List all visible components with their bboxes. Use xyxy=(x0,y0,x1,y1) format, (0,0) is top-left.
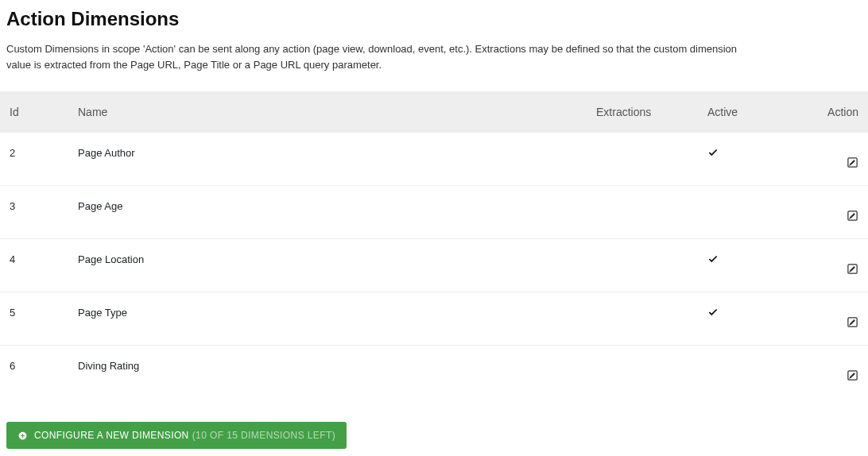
cell-action xyxy=(812,346,868,399)
dimensions-table: Id Name Extractions Active Action 2Page … xyxy=(0,91,868,398)
cell-extractions xyxy=(590,239,701,292)
cell-name: Diving Rating xyxy=(72,346,590,399)
table-row: 3Page Age xyxy=(0,186,868,239)
cell-active xyxy=(701,133,812,186)
cell-name: Page Type xyxy=(72,292,590,346)
page-title: Action Dimensions xyxy=(6,8,862,30)
cell-id: 4 xyxy=(0,239,72,292)
configure-button-label: CONFIGURE A NEW DIMENSION xyxy=(34,430,189,441)
cell-name: Page Location xyxy=(72,239,590,292)
cell-id: 2 xyxy=(0,133,72,186)
cell-action xyxy=(812,239,868,292)
configure-button-counter: (10 OF 15 DIMENSIONS LEFT) xyxy=(192,430,335,441)
table-row: 2Page Author xyxy=(0,133,868,186)
configure-new-dimension-button[interactable]: CONFIGURE A NEW DIMENSION (10 OF 15 DIME… xyxy=(6,422,347,449)
plus-circle-icon xyxy=(17,431,28,441)
cell-active xyxy=(701,186,812,239)
edit-icon[interactable] xyxy=(847,316,858,328)
edit-icon[interactable] xyxy=(847,210,858,222)
cell-id: 5 xyxy=(0,292,72,346)
cell-active xyxy=(701,292,812,346)
cell-id: 3 xyxy=(0,186,72,239)
table-row: 6Diving Rating xyxy=(0,346,868,399)
cell-active xyxy=(701,346,812,399)
cell-action xyxy=(812,186,868,239)
page-description: Custom Dimensions in scope 'Action' can … xyxy=(6,41,761,72)
cell-extractions xyxy=(590,346,701,399)
cell-name: Page Age xyxy=(72,186,590,239)
edit-icon[interactable] xyxy=(847,369,858,381)
header-id: Id xyxy=(0,91,72,133)
header-action: Action xyxy=(812,91,868,133)
cell-name: Page Author xyxy=(72,133,590,186)
cell-id: 6 xyxy=(0,346,72,399)
table-row: 4Page Location xyxy=(0,239,868,292)
check-icon xyxy=(707,147,719,158)
cell-action xyxy=(812,292,868,346)
check-icon xyxy=(707,253,719,265)
check-icon xyxy=(707,307,719,318)
edit-icon[interactable] xyxy=(847,263,858,275)
cell-extractions xyxy=(590,186,701,239)
cell-extractions xyxy=(590,133,701,186)
header-active: Active xyxy=(701,91,812,133)
cell-extractions xyxy=(590,292,701,346)
header-extractions: Extractions xyxy=(590,91,701,133)
table-row: 5Page Type xyxy=(0,292,868,346)
cell-active xyxy=(701,239,812,292)
header-name: Name xyxy=(72,91,590,133)
edit-icon[interactable] xyxy=(847,157,858,168)
cell-action xyxy=(812,133,868,186)
